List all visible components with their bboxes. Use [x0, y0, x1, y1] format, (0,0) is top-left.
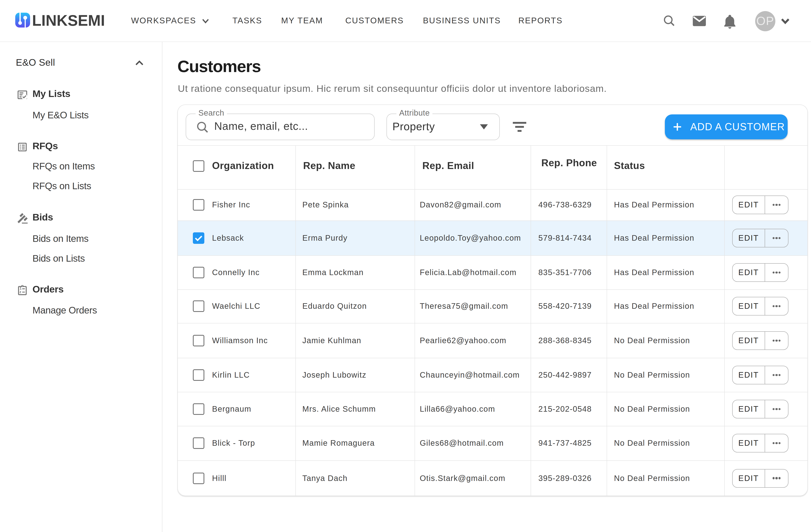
svg-text:z: z: [19, 290, 21, 294]
